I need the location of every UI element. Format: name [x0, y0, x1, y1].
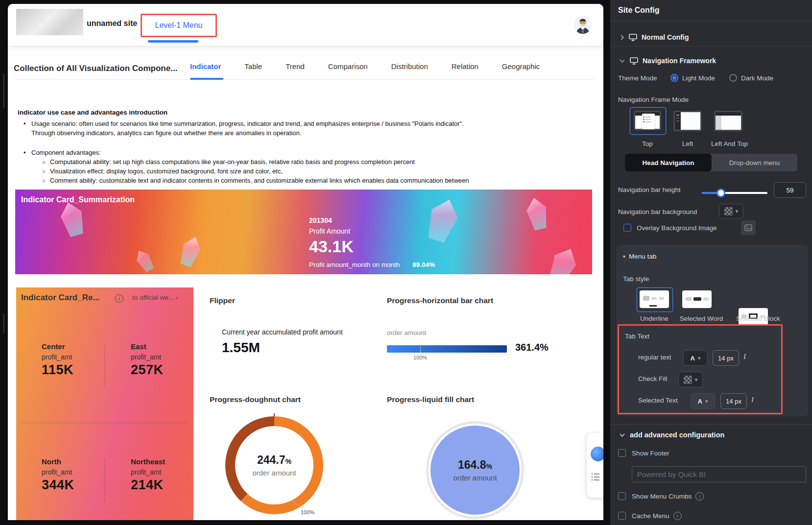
- cell-divider: [104, 458, 105, 503]
- crystal-decoration: [133, 247, 156, 274]
- indicator-card-regions[interactable]: Indicator Card_Re... i to official we...…: [16, 287, 193, 520]
- cache-menu-label[interactable]: Cache Menu: [632, 512, 669, 520]
- liquid-fill: 164.8% order amount: [430, 426, 520, 515]
- tab-table[interactable]: Table: [244, 62, 262, 71]
- image-upload-button[interactable]: [741, 220, 756, 235]
- normal-config-label[interactable]: Normal Config: [642, 33, 689, 41]
- tab-geographic[interactable]: Geographic: [502, 62, 540, 71]
- list-icon[interactable]: [591, 473, 600, 481]
- show-menu-crumbs-label[interactable]: Show Menu Crumbs: [632, 493, 692, 500]
- show-footer-checkbox[interactable]: [618, 449, 626, 457]
- crystal-decoration: [545, 244, 581, 274]
- doughnut-title: Progress-doughnut chart: [210, 395, 301, 404]
- advanced-config-section[interactable]: add advanced configuration: [619, 431, 724, 439]
- head-navigation-segment[interactable]: Head Navigation: [625, 154, 712, 171]
- metric-value: 43.1K: [309, 237, 354, 256]
- show-footer-label[interactable]: Show Footer: [632, 450, 669, 457]
- cell-divider: [104, 342, 105, 387]
- secondary-metric-label: Profit amount_month on month: [309, 261, 400, 268]
- doughnut-label: order amount: [252, 469, 296, 477]
- bar-bg-color-dropdown[interactable]: ▾: [719, 204, 743, 219]
- frame-mode-left-thumb[interactable]: [673, 111, 702, 131]
- cache-menu-checkbox[interactable]: [618, 512, 626, 520]
- intro-sub-comment: ○Comment ability: customizable text and …: [50, 176, 576, 185]
- info-icon[interactable]: i: [673, 512, 682, 520]
- light-mode-label[interactable]: Light Mode: [682, 74, 715, 82]
- level1-menu-label[interactable]: Level-1 Menu: [155, 21, 203, 30]
- transparent-swatch: [684, 376, 692, 384]
- footer-text-input[interactable]: [632, 466, 806, 482]
- bar-height-slider[interactable]: [702, 192, 767, 194]
- title-divider: [14, 79, 596, 80]
- frame-mode-left-and-top-thumb[interactable]: [714, 111, 742, 131]
- hbar-title: Progress-horizontal bar chart: [387, 296, 493, 305]
- bar-height-value[interactable]: 59: [774, 182, 806, 198]
- regular-text-label: regular text: [638, 354, 671, 361]
- tab-relation[interactable]: Relation: [452, 62, 478, 71]
- menu-tab-section[interactable]: ▾ Menu tab: [623, 253, 656, 260]
- row-divider: [21, 423, 189, 423]
- tab-style-label: Tab style: [623, 275, 649, 283]
- slider-thumb[interactable]: [716, 189, 725, 197]
- normal-config-section[interactable]: Normal Config: [620, 28, 689, 46]
- regular-text-font-dropdown[interactable]: A ▾: [683, 350, 708, 366]
- overlay-bg-checkbox[interactable]: [623, 224, 631, 232]
- doughnut-tick-label: 100%: [301, 509, 314, 515]
- tab-trend[interactable]: Trend: [286, 62, 305, 71]
- frame-mode-top-label: Top: [630, 140, 665, 147]
- dark-mode-label[interactable]: Dark Mode: [741, 74, 773, 82]
- selected-text-size-input[interactable]: 14 px: [720, 393, 747, 409]
- secondary-metric-value: 89.04%: [412, 261, 435, 268]
- assistant-icon[interactable]: [591, 447, 603, 461]
- show-menu-crumbs-checkbox[interactable]: [618, 492, 626, 500]
- info-icon[interactable]: i: [115, 294, 123, 303]
- tab-comparison[interactable]: Comparison: [328, 62, 368, 71]
- monitor-icon: [629, 34, 637, 41]
- cache-menu-row: Cache Menu i: [632, 512, 682, 520]
- light-mode-radio[interactable]: [670, 74, 678, 82]
- italic-toggle-icon[interactable]: I: [751, 396, 754, 404]
- metric-period: 201304: [309, 216, 354, 224]
- overlay-bg-label[interactable]: Overlay Background Image: [637, 224, 717, 232]
- indicator-card-summarization[interactable]: Indicator Card_Summarization 201304 Prof…: [15, 190, 592, 274]
- monitor-icon: [630, 57, 638, 65]
- regular-text-size-input[interactable]: 14 px: [713, 350, 739, 366]
- tab-distribution[interactable]: Distribution: [391, 62, 428, 71]
- menu-tab-title[interactable]: Menu tab: [629, 253, 656, 260]
- tab-style-selected-word-thumb[interactable]: [682, 290, 712, 308]
- dark-mode-radio[interactable]: [729, 74, 737, 82]
- italic-toggle-icon[interactable]: I: [743, 353, 746, 361]
- bar-bg-label: Navigation bar background: [618, 208, 697, 215]
- region-cell-east: East profit_amt 257K: [131, 342, 190, 378]
- info-icon[interactable]: i: [695, 492, 704, 501]
- navigation-framework-section[interactable]: Navigation Framework: [619, 52, 716, 70]
- dropdown-menu-segment[interactable]: Drop-down menu: [712, 154, 797, 171]
- liquid-unit: %: [486, 462, 492, 470]
- caret-down-icon: ▾: [736, 208, 739, 215]
- avatar[interactable]: [574, 16, 592, 34]
- hbar-100pct-tick: [420, 345, 421, 353]
- advanced-config-label[interactable]: add advanced configuration: [630, 431, 724, 439]
- intro-bullet-advantages: •Component advantages:: [31, 148, 576, 157]
- frame-mode-top-thumb[interactable]: [630, 107, 666, 135]
- bar-height-label: Navigation bar height: [618, 186, 681, 193]
- banner-secondary-metric: Profit amount_month on month 89.04%: [309, 261, 435, 268]
- tab-style-underline-label: Underline: [637, 315, 672, 322]
- official-website-link[interactable]: to official we... ›: [132, 294, 178, 301]
- level1-menu-highlight[interactable]: Level-1 Menu: [141, 14, 217, 37]
- page-title: Collection of All Visualization Compone.…: [14, 64, 177, 73]
- liquid-value: 164.8: [458, 458, 486, 471]
- doughnut-chart: 244.7% order amount: [225, 416, 323, 514]
- menu-tab-panel: ▾ Menu tab Tab style: [616, 245, 808, 416]
- check-fill-color-dropdown[interactable]: ▾: [678, 372, 703, 387]
- image-icon: [744, 224, 752, 231]
- navigation-framework-label[interactable]: Navigation Framework: [643, 57, 716, 65]
- tab-style-underline-thumb[interactable]: [637, 287, 673, 312]
- tab-text-label: Tab Text: [625, 333, 649, 340]
- region-cell-center: Center profit_amt 115K: [42, 342, 100, 378]
- crystal-decoration: [177, 234, 204, 269]
- floating-assistant-widget[interactable]: [587, 433, 603, 498]
- doughnut-center: 244.7% order amount: [235, 426, 313, 504]
- selected-text-font-dropdown[interactable]: A ▾: [691, 393, 715, 409]
- tab-indicator[interactable]: Indicator: [190, 62, 221, 71]
